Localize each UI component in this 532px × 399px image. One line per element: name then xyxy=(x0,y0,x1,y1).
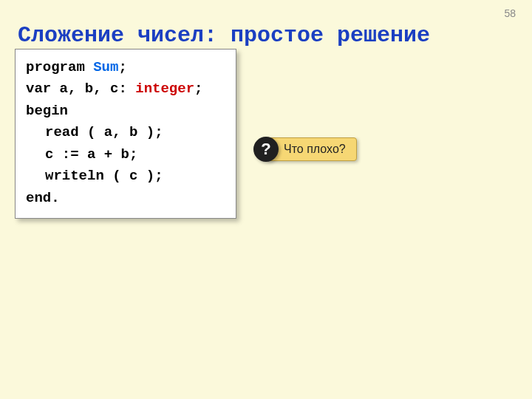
semicolon: ; xyxy=(118,59,126,75)
var-decl: var a, b, c: xyxy=(26,81,135,97)
stmt-assign: c := a + b; xyxy=(26,144,137,166)
semicolon: ; xyxy=(194,81,202,97)
kw-program: program xyxy=(26,59,93,75)
code-line-7: end. xyxy=(26,188,225,209)
program-name: Sum xyxy=(93,59,118,75)
code-line-4: read ( a, b ); xyxy=(26,122,225,143)
slide-title: Сложение чисел: простое решение xyxy=(18,22,430,49)
stmt-read: read ( a, b ); xyxy=(26,122,163,143)
callout: ? Что плохо? xyxy=(253,137,357,162)
code-line-6: writeln ( c ); xyxy=(26,166,225,187)
type-integer: integer xyxy=(135,81,194,97)
code-line-5: c := a + b; xyxy=(26,144,225,166)
callout-text: Что плохо? xyxy=(267,137,357,161)
page-number: 58 xyxy=(504,7,516,19)
question-icon: ? xyxy=(253,137,279,162)
code-block: program Sum; var a, b, c: integer; begin… xyxy=(15,49,236,219)
code-line-2: var a, b, c: integer; xyxy=(26,78,225,100)
code-line-1: program Sum; xyxy=(26,57,225,78)
code-line-3: begin xyxy=(26,100,225,122)
stmt-writeln: writeln ( c ); xyxy=(26,166,163,187)
